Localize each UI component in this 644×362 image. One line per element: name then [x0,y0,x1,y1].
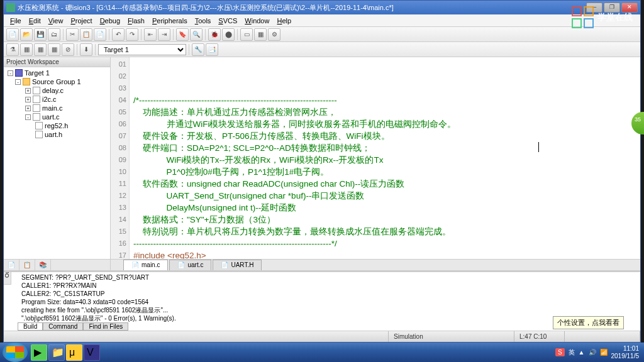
save-all-button[interactable]: 🗂 [48,28,60,41]
window-title: 水压检测系统 - 礳ision3 - [G:\14---传感器录制\5--项目四… [18,3,586,13]
build-button[interactable]: ▦ [20,43,33,56]
open-button[interactable]: 📂 [20,28,33,41]
tray-clock[interactable]: 11:012019/11/5 [611,345,640,360]
find-button[interactable]: 🔍 [190,28,203,41]
ime-icon[interactable]: S [555,348,565,356]
tree-file[interactable]: +main.c [5,104,109,112]
tree-file[interactable]: +delay.c [5,86,109,95]
code-content[interactable]: /*--------------------------------------… [130,57,640,259]
redo-button[interactable]: ↷ [126,28,138,41]
project-workspace: Project Workspace -Target 1 -Source Grou… [4,57,111,270]
copy-button[interactable]: 📋 [80,28,92,41]
menu-peripherals[interactable]: Peripherals [148,17,191,25]
code-editor: 0102030405060708091011121314151617 /*---… [111,57,640,270]
start-button[interactable] [3,343,28,362]
project-tree[interactable]: -Target 1 -Source Group 1 +delay.c +i2c.… [4,67,110,259]
output-label: Output Window [4,270,11,285]
tree-target[interactable]: -Target 1 [5,69,109,77]
save-button[interactable]: 💾 [34,28,47,41]
undo-button[interactable]: ↶ [112,28,125,41]
lang-icon[interactable]: 英 [569,348,575,357]
options-button[interactable]: ⚙ [268,28,280,41]
tray-tooltip: 个性设置，点我看看 [553,316,624,329]
text-caret [538,142,539,152]
target-options-button[interactable]: 🔧 [192,43,204,56]
breakpoint-button[interactable]: ⬤ [222,28,235,41]
titlebar: 水压检测系统 - 礳ision3 - [G:\14---传感器录制\5--项目四… [4,1,640,14]
menubar: FileEditViewProjectDebugFlashPeripherals… [4,14,640,27]
editor-tab[interactable]: 📄UART.H [213,260,262,270]
editor-tabs: 📄main.c📄uart.c📄UART.H [111,259,640,270]
window-button[interactable]: ▭ [240,28,253,41]
task-item[interactable]: μ [66,344,82,361]
bookmark-button[interactable]: 🔖 [176,28,189,41]
volume-icon[interactable]: 🔊 [589,349,596,356]
menu-view[interactable]: View [45,17,67,25]
menu-help[interactable]: Help [273,17,295,25]
ws-tab-books[interactable]: 📚 [35,260,51,270]
new-button[interactable]: 📄 [6,28,19,41]
debug-button[interactable]: 🐞 [208,28,221,41]
tree-group[interactable]: -Source Group 1 [5,77,109,86]
network-icon[interactable]: 📶 [600,349,608,356]
taskbar: ▶ 📁 μ V S 英 ▲ 🔊 📶 11:012019/11/5 [0,343,644,362]
ws-tab-regs[interactable]: 📋 [19,260,35,270]
translate-button[interactable]: ⚗ [6,43,19,56]
menu-debug[interactable]: Debug [96,17,124,25]
menu-svcs[interactable]: SVCS [214,17,241,25]
task-item[interactable]: V [84,344,100,361]
task-item[interactable]: ▶ [31,344,47,361]
menu-project[interactable]: Project [67,17,96,25]
output-window: Output Window SEGMENT: ?PR?_UART_SEND_ST… [4,270,640,331]
tray-icon[interactable]: ▲ [579,349,585,356]
toolbar-build: ⚗ ▦ ▦ ▦ ⊘ ⬇ Target 1 🔧 📑 [4,42,640,57]
watermark: 学堂在线 [572,6,633,28]
system-tray[interactable]: S 英 ▲ 🔊 📶 11:012019/11/5 [550,345,644,360]
stop-build-button[interactable]: ⊘ [62,43,74,56]
target-combo[interactable]: Target 1 [98,44,186,55]
build-all-button[interactable]: ▦ [48,43,60,56]
output-content[interactable]: SEGMENT: ?PR?_UART_SEND_STR?UARTCALLER1:… [8,273,636,322]
tree-file[interactable]: +i2c.c [5,95,109,104]
status-pos: L:47 C:10 [514,331,565,342]
output-button[interactable]: ▦ [254,28,267,41]
output-tab[interactable]: Command [43,322,83,331]
menu-edit[interactable]: Edit [25,17,45,25]
menu-window[interactable]: Window [241,17,273,25]
statusbar: Simulation L:47 C:10 [4,331,640,342]
output-tab[interactable]: Find in Files [83,322,128,331]
paste-button[interactable]: 📄 [94,28,106,41]
ws-tab-files[interactable]: 📄 [4,260,19,270]
rebuild-button[interactable]: ▦ [34,43,47,56]
workspace-header: Project Workspace [4,57,110,67]
menu-file[interactable]: File [6,17,25,25]
file-ext-button[interactable]: 📑 [206,43,218,56]
toolbar-main: 📄 📂 💾 🗂 ✂ 📋 📄 ↶ ↷ ⇤ ⇥ 🔖 🔍 🐞 ⬤ ▭ ▦ ⚙ [4,27,640,42]
status-sim: Simulation [389,331,514,342]
indent-right-button[interactable]: ⇥ [158,28,170,41]
editor-tab[interactable]: 📄uart.c [169,260,211,270]
output-tab[interactable]: Build [18,322,43,331]
line-gutter: 0102030405060708091011121314151617 [111,57,130,259]
editor-tab[interactable]: 📄main.c [123,260,168,270]
menu-flash[interactable]: Flash [124,17,148,25]
tree-header[interactable]: uart.h [5,130,109,139]
task-item[interactable]: 📁 [48,344,65,361]
cut-button[interactable]: ✂ [66,28,79,41]
download-button[interactable]: ⬇ [80,43,92,56]
menu-tools[interactable]: Tools [191,17,215,25]
indent-left-button[interactable]: ⇤ [144,28,157,41]
app-icon [6,3,15,12]
tree-file[interactable]: -uart.c [5,112,109,121]
tree-header[interactable]: reg52.h [5,121,109,130]
